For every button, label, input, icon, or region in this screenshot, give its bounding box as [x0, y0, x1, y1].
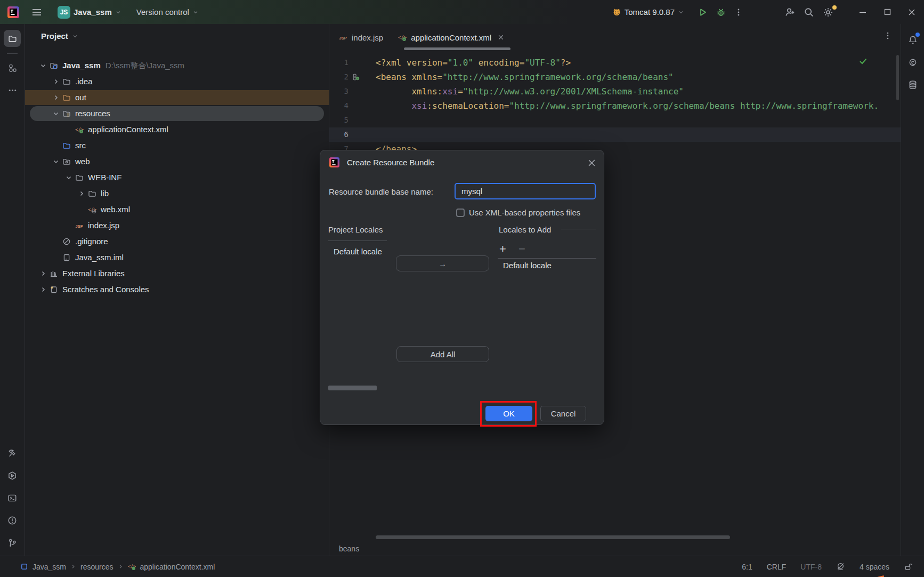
editor-horizontal-scrollbar[interactable] [376, 535, 730, 539]
caret-position-widget[interactable]: 6:1 [742, 563, 752, 571]
version-control-tool-window-button[interactable] [4, 534, 21, 551]
editor-tab-options-kebab-icon[interactable] [884, 31, 892, 40]
window-close-button[interactable] [899, 0, 924, 24]
more-actions-kebab-icon[interactable] [730, 5, 747, 19]
spring-bean-gutter-icon[interactable] [353, 74, 360, 81]
dialog-close-icon[interactable] [588, 159, 596, 167]
tree-item-label: .idea [75, 74, 93, 90]
active-tab-underline [404, 47, 510, 50]
project-locale-list-item[interactable]: Default locale [334, 247, 382, 256]
more-tool-windows-button[interactable] [4, 82, 21, 99]
window-maximize-button[interactable] [875, 0, 899, 24]
tree-item-java_ssm-iml[interactable]: Java_ssm.iml [25, 250, 329, 266]
project-panel: Project Java_ssmD:\ssm整合\Java_ssm .idea … [25, 24, 329, 556]
tab-index-jsp[interactable]: JSP index.jsp [331, 24, 391, 51]
vcs-widget-button[interactable]: Version control [132, 5, 203, 19]
tree-chevron-right-icon[interactable] [39, 285, 47, 294]
tree-chevron-down-icon[interactable] [52, 109, 60, 118]
chevron-down-icon [192, 9, 199, 15]
project-panel-header[interactable]: Project [25, 24, 78, 48]
database-button[interactable] [904, 76, 921, 93]
tree-item-out[interactable]: out [25, 90, 329, 106]
code-editor[interactable]: 1<?xml version="1.0" encoding="UTF-8"?>2… [329, 55, 901, 156]
settings-gear-icon[interactable] [818, 4, 838, 20]
tree-item-label: .gitignore [75, 234, 108, 250]
tree-item-web[interactable]: web [25, 154, 329, 170]
tree-item--gitignore[interactable]: .gitignore [25, 234, 329, 250]
search-everywhere-icon[interactable] [799, 4, 818, 20]
tree-item-src[interactable]: src [25, 138, 329, 154]
breadcrumb-beans[interactable]: beans [339, 544, 359, 553]
line-ending-widget[interactable]: CRLF [767, 563, 787, 571]
move-locale-arrow-button[interactable]: → [396, 255, 489, 271]
left-tool-stripe [0, 24, 25, 556]
tree-item-external-libraries[interactable]: External Libraries [25, 266, 329, 282]
tree-chevron-right-icon[interactable] [39, 269, 47, 278]
cancel-button[interactable]: Cancel [540, 406, 586, 421]
terminal-tool-window-button[interactable] [4, 490, 21, 507]
tree-chevron-right-icon[interactable] [52, 93, 60, 102]
run-button[interactable] [694, 5, 712, 20]
tree-item-label: lib [101, 186, 109, 202]
intellij-logo-icon [7, 6, 19, 18]
tree-chevron-down-icon[interactable] [39, 61, 47, 70]
editor-vertical-scrollbar[interactable] [896, 55, 899, 100]
xml-properties-checkbox-row[interactable]: Use XML-based properties files [456, 208, 580, 217]
tree-item-label: Scratches and Consoles [62, 282, 149, 298]
ai-assistant-button[interactable] [904, 54, 921, 71]
add-all-button[interactable]: Add All [396, 346, 489, 362]
readonly-lock-icon[interactable] [904, 563, 912, 571]
crumb-file[interactable]: applicationContext.xml [140, 563, 215, 571]
tree-item-label: out [75, 90, 86, 106]
project-tool-window-button[interactable] [4, 30, 21, 47]
tree-item-web-xml[interactable]: </>web.xml [25, 202, 329, 218]
xml-properties-checkbox[interactable] [456, 209, 465, 217]
resource-bundle-name-input[interactable] [455, 183, 596, 199]
structure-tool-window-button[interactable] [4, 59, 21, 76]
spring-config-icon: </> [128, 563, 136, 571]
services-tool-window-button[interactable] [4, 467, 21, 484]
tree-item-resources[interactable]: resources [25, 106, 329, 122]
code-with-me-button[interactable] [780, 4, 799, 20]
debug-button[interactable] [712, 5, 730, 20]
tree-item--idea[interactable]: .idea [25, 74, 329, 90]
create-resource-bundle-dialog: Create Resource Bundle Resource bundle b… [320, 150, 604, 425]
crumb-project[interactable]: Java_ssm [33, 563, 66, 571]
project-locales-separator [328, 241, 387, 241]
tree-item-applicationcontext-xml[interactable]: </>applicationContext.xml [25, 122, 329, 138]
code-text: <?xml version="1.0" encoding="UTF-8"?> [376, 55, 571, 70]
remove-locale-minus-button[interactable]: − [518, 242, 525, 256]
tree-item-scratches-and-consoles[interactable]: Scratches and Consoles [25, 282, 329, 298]
locale-to-add-list-item[interactable]: Default locale [503, 261, 552, 270]
notifications-bell-button[interactable] [904, 31, 921, 49]
problems-tool-window-button[interactable] [4, 512, 21, 529]
spring-config-icon: </> [398, 33, 407, 42]
project-widget-button[interactable]: JS Java_ssm [53, 3, 126, 21]
tree-chevron-right-icon[interactable] [77, 189, 86, 198]
highlighting-level-icon[interactable] [836, 562, 845, 571]
tree-chevron-down-icon[interactable] [52, 157, 60, 166]
run-configuration-selector[interactable]: Tomcat 9.0.87 [608, 5, 688, 19]
locales-to-add-label: Locales to Add [499, 225, 551, 234]
tree-item-index-jsp[interactable]: JSPindex.jsp [25, 218, 329, 234]
tree-item-lib[interactable]: lib [25, 186, 329, 202]
tab-applicationcontext-xml[interactable]: </> applicationContext.xml [391, 24, 512, 51]
add-locale-plus-button[interactable]: + [499, 242, 506, 256]
encoding-widget[interactable]: UTF-8 [800, 563, 822, 571]
module-icon [20, 563, 28, 571]
ok-button[interactable]: OK [485, 406, 532, 421]
iml-file-icon [62, 253, 71, 262]
locales-to-add-separator-top [561, 229, 596, 229]
build-tool-window-button[interactable] [4, 445, 21, 462]
tree-item-java_ssm[interactable]: Java_ssmD:\ssm整合\Java_ssm [25, 58, 329, 74]
crumb-resources[interactable]: resources [80, 563, 113, 571]
window-minimize-button[interactable] [850, 0, 875, 24]
tree-item-web-inf[interactable]: WEB-INF [25, 170, 329, 186]
tree-chevron-right-icon[interactable] [52, 77, 60, 86]
scratches-icon [50, 285, 58, 294]
tab-close-icon[interactable] [498, 34, 504, 41]
tree-chevron-down-icon[interactable] [64, 173, 73, 182]
line-number: 2 [329, 70, 348, 84]
main-menu-hamburger-icon[interactable] [28, 6, 46, 19]
code-line-3: 3 xmlns:xsi="http://www.w3.org/2001/XMLS… [329, 84, 901, 99]
